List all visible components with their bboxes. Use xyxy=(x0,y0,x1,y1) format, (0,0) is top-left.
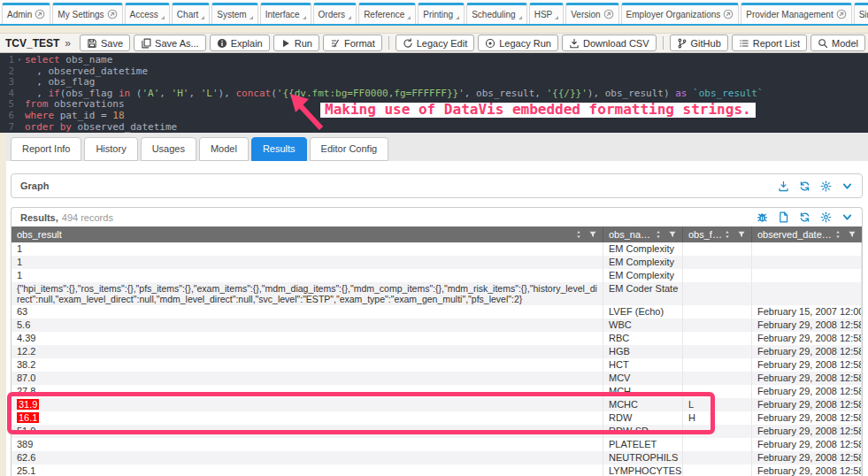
sort-icon[interactable] xyxy=(833,230,842,239)
chevron-down-icon[interactable] xyxy=(841,180,853,192)
column-header-obs-flag[interactable]: obs_flag xyxy=(683,226,752,242)
table-row[interactable]: 1EM Complexity xyxy=(12,269,862,282)
save-button[interactable]: Save xyxy=(80,35,130,51)
cell-obs-flag xyxy=(683,242,752,256)
filter-icon[interactable] xyxy=(588,230,597,239)
cell-obs-result: 1 xyxy=(12,242,603,256)
save-as-button[interactable]: Save As... xyxy=(134,35,206,51)
cell-obs-name: HCT xyxy=(603,358,683,372)
table-row[interactable]: 87.0MCVFebruary 29, 2008 12:58 PM xyxy=(12,372,862,385)
table-row[interactable]: 25.1LYMPHOCYTESFebruary 29, 2008 12:58 P… xyxy=(12,464,862,476)
refresh-icon[interactable] xyxy=(799,180,810,192)
column-header-obs-name[interactable]: obs_name xyxy=(603,226,683,242)
refresh-icon[interactable] xyxy=(799,211,810,223)
chevron-down-icon[interactable] xyxy=(841,211,853,223)
top-tab-admin[interactable]: Admin xyxy=(2,3,50,24)
cell-obs-result: 27.8 xyxy=(12,385,603,398)
filter-icon[interactable] xyxy=(848,230,856,239)
column-header-observed-datetime[interactable]: observed_datetime xyxy=(752,226,862,242)
top-tab-label: Version xyxy=(571,10,600,19)
report-title-expander[interactable]: » xyxy=(65,37,71,50)
submenu-caret-icon xyxy=(161,16,165,19)
cell-obs-name: NEUTROPHILS xyxy=(603,451,683,464)
cell-obs-name: RDW-SD xyxy=(603,425,683,438)
code-text: , if(obs_flag in ('A', 'H', 'L'), concat… xyxy=(25,88,764,100)
table-row[interactable]: 12.2HGBFebruary 29, 2008 12:58 PM xyxy=(12,345,862,358)
top-tab-access[interactable]: Access xyxy=(125,3,170,24)
tab-model[interactable]: Model xyxy=(199,137,249,161)
top-tab-label: My Settings xyxy=(58,10,104,19)
fold-arrow-icon[interactable]: ▾ xyxy=(14,55,25,66)
tab-usages[interactable]: Usages xyxy=(141,137,196,161)
filter-icon[interactable] xyxy=(737,230,746,239)
tab-report-info[interactable]: Report Info xyxy=(11,137,81,161)
top-tab-printing[interactable]: Printing xyxy=(418,3,465,24)
cell-obs-result: 16.1 xyxy=(12,411,603,425)
top-tab-label: Chart xyxy=(177,10,198,19)
sql-editor[interactable]: 1▾select obs_name2 , observed_datetime3 … xyxy=(0,53,868,133)
bug-icon[interactable] xyxy=(757,211,768,223)
top-tab-label: Employer Organizations xyxy=(626,10,721,19)
table-row[interactable]: 31.9MCHCLFebruary 29, 2008 12:58 PM xyxy=(12,398,862,411)
download-icon[interactable] xyxy=(778,180,789,192)
cell-obs-flag: L xyxy=(683,398,752,411)
gear-icon[interactable] xyxy=(820,180,832,192)
table-row[interactable]: 51.0RDW-SDFebruary 29, 2008 12:58 PM xyxy=(12,425,862,438)
submenu-caret-icon xyxy=(348,16,351,19)
table-row[interactable]: 27.8MCHFebruary 29, 2008 12:58 PM xyxy=(12,385,862,398)
results-panel-title: Results, xyxy=(20,212,58,223)
github-button[interactable]: GitHub xyxy=(670,35,728,51)
download-csv-button[interactable]: Download CSV xyxy=(562,35,657,51)
top-tab-scheduling[interactable]: Scheduling xyxy=(466,3,526,24)
top-tab-provider-management[interactable]: Provider Management xyxy=(741,3,851,24)
format-icon xyxy=(330,38,341,49)
report-list-button[interactable]: Report List xyxy=(732,35,807,51)
table-row[interactable]: {"hpi_items":{},"ros_items":{},"pfs_item… xyxy=(12,282,862,305)
table-row[interactable]: 16.1RDWHFebruary 29, 2008 12:58 PM xyxy=(12,411,862,425)
top-tab-interface[interactable]: Interface xyxy=(260,3,311,24)
table-row[interactable]: 1EM Complexity xyxy=(12,242,862,256)
tab-results[interactable]: Results xyxy=(251,137,307,161)
filter-icon[interactable] xyxy=(668,230,677,239)
view-tab-bar: Report InfoHistoryUsagesModelResultsEdit… xyxy=(6,133,868,161)
tab-history[interactable]: History xyxy=(84,137,137,161)
cell-obs-result: 389 xyxy=(12,438,603,451)
fold-gutter xyxy=(14,122,25,133)
tab-editor-config[interactable]: Editor Config xyxy=(310,137,389,161)
top-tab-system[interactable]: System xyxy=(211,3,257,24)
graph-panel-icons xyxy=(778,180,853,192)
top-tab-orders[interactable]: Orders xyxy=(313,3,357,24)
column-header-obs-result[interactable]: obs_result xyxy=(12,226,603,242)
sort-icon[interactable] xyxy=(574,230,583,239)
table-row[interactable]: 1EM Complexity xyxy=(12,256,862,269)
legacy-run-button[interactable]: Legacy Run xyxy=(478,35,558,51)
table-row[interactable]: 4.39RBCFebruary 29, 2008 12:58 PM xyxy=(12,332,862,345)
table-row[interactable]: 63LVEF (Echo)February 15, 2007 12:00 AM xyxy=(12,305,862,319)
file-icon[interactable] xyxy=(778,211,789,223)
submenu-caret-icon xyxy=(518,16,522,19)
top-tab-my-settings[interactable]: My Settings xyxy=(52,3,122,24)
gear-icon[interactable] xyxy=(820,211,832,223)
top-tab-hsp[interactable]: HSP xyxy=(529,3,565,24)
table-row[interactable]: 389PLATELETFebruary 29, 2008 12:58 PM xyxy=(12,438,862,451)
cell-obs-result: 25.1 xyxy=(12,464,603,476)
cell-obs-result: 4.39 xyxy=(12,332,603,345)
top-tab-chart[interactable]: Chart xyxy=(172,3,210,24)
table-row[interactable]: 5.6WBCFebruary 29, 2008 12:58 PM xyxy=(12,319,862,332)
top-tab-employer-organizations[interactable]: Employer Organizations xyxy=(621,3,740,24)
highlighted-value: 31.9 xyxy=(17,399,39,410)
model-button[interactable]: Model xyxy=(810,35,865,51)
top-tab-version[interactable]: Version xyxy=(565,3,618,24)
sort-icon[interactable] xyxy=(654,230,663,239)
top-tab-similar-exposure-groups-segs[interactable]: Similar Exposure Groups (SEGs) xyxy=(854,3,868,24)
sort-icon[interactable] xyxy=(723,230,732,239)
top-tab-reference[interactable]: Reference xyxy=(358,3,416,24)
run-button[interactable]: Run xyxy=(273,35,319,51)
annotation-note: Making use of DataVis embedded formattin… xyxy=(320,103,756,118)
table-row[interactable]: 62.6NEUTROPHILSFebruary 29, 2008 12:58 P… xyxy=(12,451,862,464)
explain-button[interactable]: Explain xyxy=(210,35,270,51)
cell-obs-result: 5.6 xyxy=(12,319,603,332)
table-row[interactable]: 38.2HCTFebruary 29, 2008 12:58 PM xyxy=(12,358,862,372)
legacy-edit-button[interactable]: Legacy Edit xyxy=(396,35,474,51)
format-button[interactable]: Format xyxy=(323,35,382,51)
